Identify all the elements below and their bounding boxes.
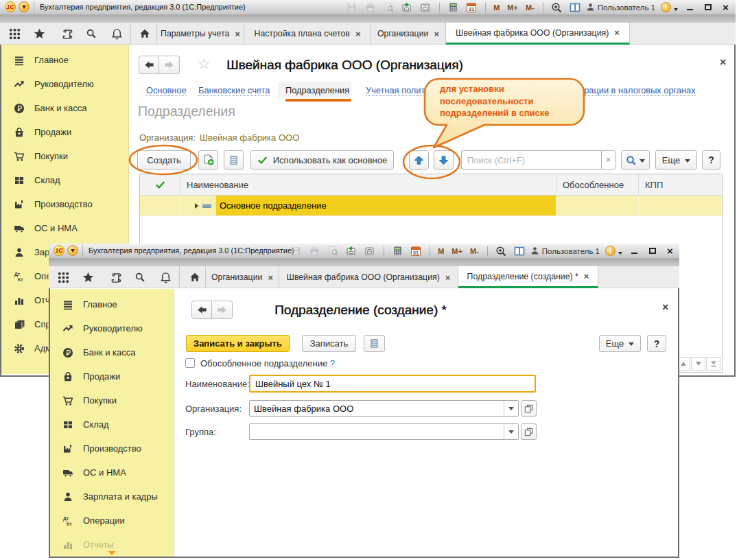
save-button[interactable]: Записать (302, 335, 356, 352)
clear-search-icon[interactable]: × (601, 150, 615, 170)
print-icon[interactable] (364, 2, 375, 13)
favorite-star-icon[interactable]: ☆ (198, 57, 211, 71)
org-dropdown-button[interactable] (504, 401, 518, 416)
global-search-icon[interactable] (134, 271, 146, 283)
tab-shveynaya-fabrika[interactable]: Швейная фабрика ООО (Организация)× (446, 23, 630, 45)
favorites-icon[interactable] (82, 271, 94, 283)
sidebar-item-operacii[interactable]: Операции (50, 509, 174, 533)
header-naimenovanie[interactable]: Наименование (180, 174, 556, 195)
sidebar-item-zarplata-i-kadry[interactable]: Зарплата и кадры (50, 485, 174, 509)
sidebar-item-pokupki[interactable]: Покупки (1, 144, 128, 168)
calculator-icon[interactable] (447, 2, 458, 13)
sidebar-item-glavnoe[interactable]: Главное (50, 292, 174, 316)
tab-close-icon[interactable]: × (584, 271, 589, 281)
search-options-button[interactable] (621, 150, 650, 170)
close-window-button[interactable]: × (720, 2, 731, 13)
sidebar-item-sklad[interactable]: Склад (1, 168, 128, 192)
tab-nastroyka-plana-schetov[interactable]: Настройка плана счетов× (244, 23, 371, 45)
list-icon-button[interactable] (364, 335, 385, 352)
history-icon[interactable] (110, 271, 122, 283)
favorites-icon[interactable] (33, 27, 45, 40)
memory-m-minus-button[interactable]: M- (526, 3, 535, 12)
print-preview-icon[interactable] (327, 246, 338, 257)
group-field-input[interactable] (250, 424, 504, 439)
navlink-osnovnoe[interactable]: Основное (146, 85, 187, 96)
front-form-close-icon[interactable]: × (662, 303, 668, 312)
create-button[interactable]: Создать (137, 150, 191, 170)
header-check-icon[interactable] (140, 174, 180, 195)
sidebar-item-os-i-nma[interactable]: ОС и НМА (50, 460, 174, 485)
sidebar-item-proizvodstvo[interactable]: Производство (50, 436, 174, 460)
sidebar-item-pokupki[interactable]: Покупки (50, 388, 174, 412)
global-search-icon[interactable] (85, 27, 97, 40)
tab-close-icon[interactable]: × (355, 29, 361, 39)
tab-close-icon[interactable]: × (235, 29, 240, 39)
org-value-link[interactable]: Швейная фабрика ООО (200, 132, 299, 143)
memory-m-minus-button[interactable]: M- (470, 247, 479, 255)
home-icon[interactable] (189, 271, 201, 283)
name-field-input[interactable] (250, 376, 535, 391)
save-icon[interactable] (346, 2, 357, 13)
back-button[interactable] (191, 301, 212, 319)
zoom-icon[interactable] (551, 2, 562, 13)
sidebar-item-prodazhi[interactable]: Продажи (1, 120, 128, 144)
info-button[interactable]: i (605, 246, 615, 256)
memory-m-plus-button[interactable]: M+ (507, 3, 518, 12)
maximize-button[interactable] (646, 246, 658, 257)
zoom-icon[interactable] (495, 246, 506, 257)
split-view-icon[interactable] (570, 2, 580, 13)
navlink-registracii[interactable]: Регистрации в налоговых органах (557, 85, 696, 96)
navlink-uchetnaya-politika[interactable]: Учетная политика (366, 85, 438, 96)
scroll-end-button[interactable] (706, 357, 720, 371)
info-button[interactable]: i (661, 2, 671, 12)
org-open-button[interactable] (521, 400, 537, 417)
save-and-close-button[interactable]: Записать и закрыть (186, 335, 290, 352)
memory-m-button[interactable]: M (493, 3, 500, 12)
tab-parametry-ucheta[interactable]: Параметры учета× (157, 23, 244, 45)
minimize-button[interactable] (684, 2, 696, 13)
table-row[interactable]: Основное подразделение (140, 196, 722, 216)
sidebar-item-proizvodstvo[interactable]: Производство (1, 192, 128, 216)
detached-checkbox[interactable] (185, 358, 195, 368)
create-group-button[interactable] (198, 150, 218, 170)
sidebar-item-glavnoe[interactable]: Главное (1, 48, 128, 72)
move-up-button[interactable] (409, 150, 429, 170)
forward-button[interactable] (159, 56, 180, 74)
notifications-icon[interactable] (159, 271, 172, 283)
use-as-main-button[interactable]: Использовать как основное (250, 150, 394, 170)
tab-close-icon[interactable]: × (268, 272, 273, 283)
service-menu-icon[interactable] (57, 271, 69, 283)
notifications-icon[interactable] (110, 27, 123, 40)
sidebar-item-rukovoditelyu[interactable]: Руководителю (50, 316, 174, 340)
group-open-button[interactable] (521, 423, 537, 440)
memory-m-button[interactable]: M (438, 247, 444, 255)
main-menu-button[interactable] (67, 245, 78, 256)
more-button[interactable]: Еще (599, 335, 641, 352)
memory-m-plus-button[interactable]: M+ (451, 247, 462, 255)
org-field-input[interactable] (250, 401, 504, 416)
save-icon[interactable] (290, 246, 301, 257)
calculator-icon[interactable] (392, 246, 403, 257)
help-button[interactable]: ? (647, 335, 666, 352)
expand-arrow-icon[interactable] (195, 203, 198, 209)
tab-shveynaya-fabrika[interactable]: Швейная фабрика ООО (Организация)× (279, 266, 458, 288)
sidebar-item-os-i-nma[interactable]: ОС и НМА (1, 216, 128, 240)
close-window-button[interactable]: × (664, 246, 676, 257)
tab-organizacii[interactable]: Организации× (371, 23, 446, 45)
forward-button[interactable] (212, 301, 233, 319)
print-preview-icon[interactable] (383, 2, 394, 13)
help-button[interactable]: ? (702, 150, 720, 170)
scroll-down-button[interactable] (691, 357, 705, 371)
header-kpp[interactable]: КПП (639, 174, 722, 195)
tab-close-icon[interactable]: × (614, 27, 620, 38)
navlink-podrazdeleniya[interactable]: Подразделения (285, 85, 349, 95)
sidebar-item-sklad[interactable]: Склад (50, 412, 174, 436)
sidebar-item-prodazhi[interactable]: Продажи (50, 364, 174, 388)
save-to-file-icon[interactable] (346, 246, 357, 257)
back-form-close-icon[interactable]: × (720, 58, 726, 67)
tab-close-icon[interactable]: × (445, 272, 451, 283)
save-to-file-icon[interactable] (401, 2, 412, 13)
user-button[interactable]: Пользователь 1 (586, 3, 655, 12)
print-icon[interactable] (309, 246, 320, 257)
tab-close-icon[interactable]: × (434, 29, 439, 39)
